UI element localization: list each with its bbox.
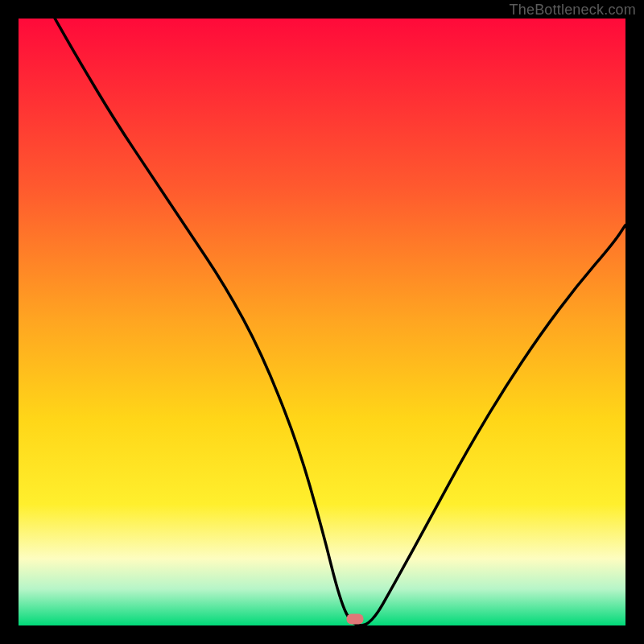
optimal-point-marker <box>346 614 363 625</box>
chart-frame: TheBottleneck.com <box>0 0 644 644</box>
bottleneck-curve <box>19 19 625 625</box>
watermark-text: TheBottleneck.com <box>510 2 636 19</box>
plot-area <box>19 19 625 625</box>
